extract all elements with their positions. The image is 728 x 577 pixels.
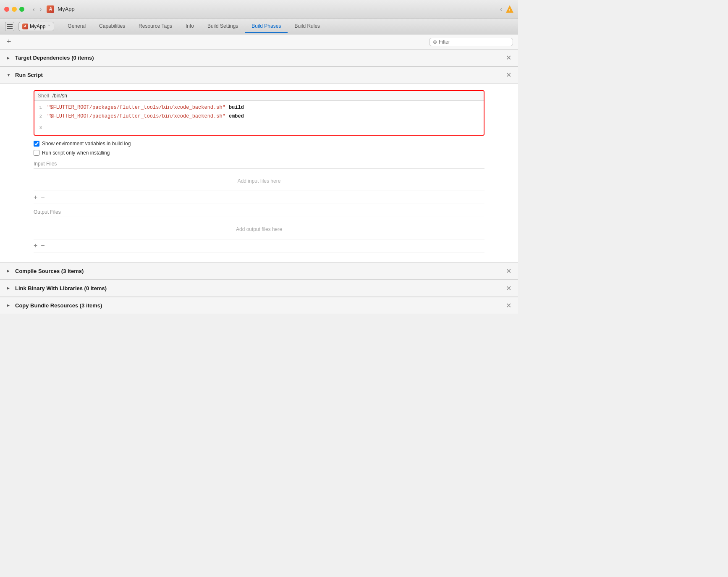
line-num-1: 1: [34, 104, 47, 112]
run-only-row: Run script only when installing: [34, 150, 484, 156]
compile-sources-section: ▶ Compile Sources (3 items) ✕: [0, 263, 518, 280]
svg-rect-2: [7, 28, 13, 29]
link-binary-title: Link Binary With Libraries (0 items): [15, 285, 107, 291]
expand-arrow-link: ▶: [7, 286, 12, 290]
input-files-section: Input Files Add input files here + −: [34, 161, 484, 204]
add-phase-button[interactable]: +: [5, 37, 13, 46]
nav-arrows: ‹ ›: [31, 5, 43, 13]
output-files-remove-button[interactable]: −: [41, 242, 45, 249]
run-only-checkbox[interactable]: [34, 150, 39, 156]
shell-value: /bin/sh: [52, 93, 67, 99]
expand-arrow-run-script: ▼: [7, 73, 12, 77]
link-binary-header[interactable]: ▶ Link Binary With Libraries (0 items) ✕: [0, 280, 518, 297]
warning-icon: !: [505, 5, 514, 13]
left-chevron-icon[interactable]: ‹: [500, 6, 502, 13]
script-line-1: 1 "$FLUTTER_ROOT/packages/flutter_tools/…: [34, 103, 484, 112]
output-files-label: Output Files: [34, 209, 484, 217]
copy-bundle-header[interactable]: ▶ Copy Bundle Resources (3 items) ✕: [0, 297, 518, 314]
close-button[interactable]: [4, 7, 9, 12]
close-compile-button[interactable]: ✕: [506, 267, 511, 275]
sidebar-toggle-button[interactable]: [5, 22, 14, 31]
input-files-label: Input Files: [34, 161, 484, 169]
title-nav-right: ‹ !: [500, 5, 514, 13]
script-body[interactable]: 1 "$FLUTTER_ROOT/packages/flutter_tools/…: [34, 101, 484, 135]
filter-icon: ⊜: [433, 39, 437, 45]
copy-bundle-section: ▶ Copy Bundle Resources (3 items) ✕: [0, 297, 518, 314]
close-target-deps-button[interactable]: ✕: [506, 54, 511, 62]
target-dependencies-header[interactable]: ▶ Target Dependencies (0 items) ✕: [0, 50, 518, 66]
input-files-placeholder: Add input files here: [34, 171, 484, 191]
maximize-button[interactable]: [19, 7, 24, 12]
target-chevron-icon: ⌃: [47, 24, 50, 29]
script-line-2: 2 "$FLUTTER_ROOT/packages/flutter_tools/…: [34, 112, 484, 121]
tab-resource-tags[interactable]: Resource Tags: [132, 20, 179, 33]
copy-bundle-title: Copy Bundle Resources (3 items): [15, 302, 102, 309]
show-env-row: Show environment variables in build log: [34, 141, 484, 147]
filter-box: ⊜: [429, 38, 513, 46]
minimize-button[interactable]: [12, 7, 17, 12]
tab-build-rules[interactable]: Build Rules: [288, 20, 327, 33]
run-script-title: Run Script: [15, 72, 43, 78]
script-editor[interactable]: Shell /bin/sh 1 "$FLUTTER_ROOT/packages/…: [34, 90, 484, 136]
tab-build-settings[interactable]: Build Settings: [201, 20, 245, 33]
output-files-section: Output Files Add output files here + −: [34, 209, 484, 252]
run-script-section: ▼ Run Script ✕ Shell /bin/sh 1 "$FLUTTER…: [0, 67, 518, 262]
target-dependencies-section: ▶ Target Dependencies (0 items) ✕: [0, 50, 518, 66]
show-env-label: Show environment variables in build log: [42, 141, 131, 147]
input-files-add-button[interactable]: +: [34, 194, 37, 201]
forward-button[interactable]: ›: [38, 5, 44, 13]
show-env-checkbox[interactable]: [34, 141, 39, 147]
tab-general[interactable]: General: [61, 20, 92, 33]
output-files-controls: + −: [34, 239, 484, 252]
run-only-label: Run script only when installing: [42, 150, 110, 156]
run-script-header[interactable]: ▼ Run Script ✕: [0, 67, 518, 84]
expand-arrow-target-deps: ▶: [7, 56, 12, 60]
target-name: MyApp: [30, 24, 45, 29]
close-run-script-button[interactable]: ✕: [506, 71, 511, 79]
compile-sources-title: Compile Sources (3 items): [15, 268, 84, 274]
output-files-placeholder: Add output files here: [34, 220, 484, 239]
tab-build-phases[interactable]: Build Phases: [245, 20, 288, 33]
shell-label: Shell: [38, 93, 49, 99]
tab-info[interactable]: Info: [179, 20, 201, 33]
filter-input[interactable]: [439, 39, 509, 45]
line-cmd-2: embed: [229, 113, 244, 121]
line-path-1: "$FLUTTER_ROOT/packages/flutter_tools/bi…: [47, 104, 225, 112]
title-bar: ‹ › A MyApp ‹ !: [0, 0, 518, 18]
expand-arrow-compile: ▶: [7, 269, 12, 273]
line-path-2: "$FLUTTER_ROOT/packages/flutter_tools/bi…: [47, 113, 225, 121]
compile-sources-header[interactable]: ▶ Compile Sources (3 items) ✕: [0, 263, 518, 280]
input-files-controls: + −: [34, 191, 484, 204]
target-icon: A: [22, 24, 28, 29]
tab-bar: A MyApp ⌃ General Capabilities Resource …: [0, 18, 518, 34]
svg-rect-1: [7, 26, 13, 27]
close-copy-bundle-button[interactable]: ✕: [506, 302, 511, 309]
target-dependencies-title: Target Dependencies (0 items): [15, 55, 94, 61]
shell-row: Shell /bin/sh: [34, 91, 484, 101]
input-files-remove-button[interactable]: −: [41, 194, 45, 201]
output-files-add-button[interactable]: +: [34, 242, 37, 249]
run-script-content: Shell /bin/sh 1 "$FLUTTER_ROOT/packages/…: [0, 84, 518, 262]
line-cmd-1: build: [229, 104, 244, 112]
toolbar: + ⊜: [0, 34, 518, 50]
svg-rect-0: [7, 24, 13, 25]
tab-capabilities[interactable]: Capabilities: [92, 20, 132, 33]
target-selector[interactable]: A MyApp ⌃: [18, 22, 54, 31]
line-num-3: 3: [34, 124, 47, 132]
main-content: ▶ Target Dependencies (0 items) ✕ ▼ Run …: [0, 50, 518, 314]
script-line-3: 3: [34, 121, 484, 132]
line-num-2: 2: [34, 113, 47, 121]
close-link-button[interactable]: ✕: [506, 284, 511, 292]
title-app-name: MyApp: [58, 6, 74, 12]
xcode-app-icon: A: [47, 5, 54, 13]
back-button[interactable]: ‹: [31, 5, 37, 13]
window-controls: [4, 7, 24, 12]
expand-arrow-copy-bundle: ▶: [7, 303, 12, 307]
link-binary-section: ▶ Link Binary With Libraries (0 items) ✕: [0, 280, 518, 297]
